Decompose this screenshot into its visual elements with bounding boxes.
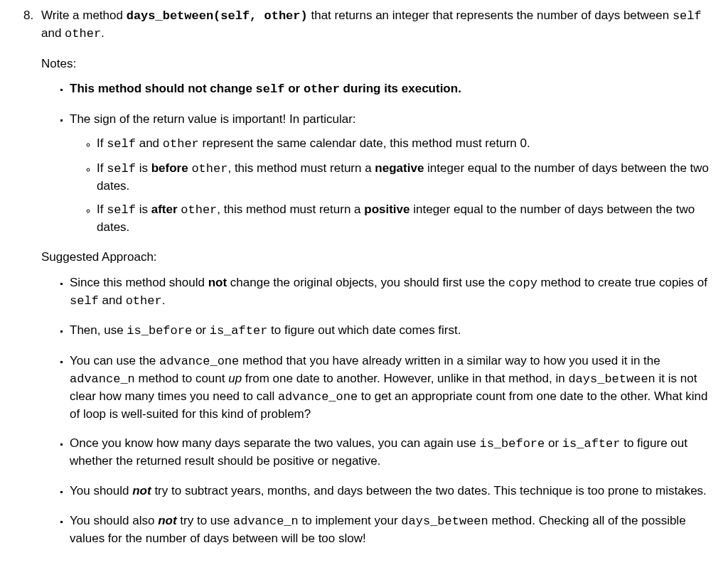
- text: You can use the: [70, 354, 159, 367]
- text: You should also: [70, 514, 158, 527]
- code-is-before: is_before: [127, 324, 192, 338]
- text: to implement your: [299, 514, 402, 527]
- italic-up: up: [228, 372, 242, 385]
- text: and: [136, 136, 163, 150]
- text: method that you have already written in …: [239, 354, 660, 367]
- code-is-after: is_after: [562, 437, 621, 451]
- suggested-list: Since this method should not change the …: [41, 274, 711, 547]
- text: or: [284, 82, 303, 95]
- note-item: This method should not change self or ot…: [70, 80, 711, 98]
- problem-item: Write a method days_between(self, other)…: [37, 7, 711, 546]
- text: .: [101, 26, 105, 40]
- code-days-between: days_between: [401, 515, 488, 528]
- text: Since this method should: [70, 276, 208, 289]
- bold-not: not: [208, 276, 227, 289]
- bold-before: before: [151, 161, 188, 175]
- code-days-between: days_between: [568, 372, 655, 386]
- text: .: [162, 294, 166, 307]
- text: This method should not change: [70, 82, 256, 95]
- sub-note-item: If self and other represent the same cal…: [97, 135, 711, 153]
- bold-positive: positive: [364, 203, 410, 216]
- text: Once you know how many days separate the…: [70, 436, 479, 450]
- code-other: other: [181, 203, 217, 217]
- problem-intro: Write a method days_between(self, other)…: [41, 7, 711, 43]
- text: from one date to another. However, unlik…: [242, 372, 568, 385]
- code-other: other: [126, 294, 162, 308]
- suggested-item: Then, use is_before or is_after to figur…: [70, 322, 711, 340]
- sub-note-item: If self is after other, this method must…: [97, 201, 711, 236]
- sub-note-item: If self is before other, this method mus…: [97, 160, 711, 195]
- code-self: self: [673, 9, 702, 23]
- text: If: [97, 136, 107, 150]
- text: Write a method: [41, 9, 127, 22]
- code-self: self: [70, 294, 99, 308]
- code-advance-n: advance_n: [70, 372, 135, 386]
- code-other: other: [191, 162, 228, 176]
- code-is-before: is_before: [479, 437, 545, 451]
- bold-after: after: [151, 203, 178, 216]
- text: If: [97, 203, 107, 216]
- text: change the original objects, you should …: [227, 276, 508, 289]
- sub-notes-list: If self and other represent the same cal…: [70, 135, 711, 236]
- code-other: other: [304, 82, 340, 96]
- text: try to use: [177, 514, 233, 527]
- code-self: self: [256, 82, 285, 96]
- code-copy: copy: [508, 276, 537, 290]
- code-self: self: [107, 137, 136, 151]
- text: Then, use: [70, 323, 127, 337]
- text: You should: [70, 484, 132, 497]
- code-self: self: [107, 203, 136, 217]
- code-advance-one: advance_one: [278, 390, 358, 404]
- method-signature: days_between(self, other): [127, 9, 308, 23]
- code-advance-one: advance_one: [159, 355, 239, 368]
- text: is: [136, 161, 151, 175]
- text: method to create true copies of: [537, 276, 707, 289]
- text: that returns an integer that represents …: [308, 9, 673, 22]
- bold-italic-not: not: [132, 484, 151, 497]
- code-self: self: [107, 162, 136, 176]
- notes-label: Notes:: [41, 55, 711, 72]
- text: and: [99, 294, 126, 307]
- text: The sign of the return value is importan…: [70, 112, 356, 126]
- note-item: The sign of the return value is importan…: [70, 111, 711, 236]
- bold-negative: negative: [375, 161, 424, 175]
- problem-list: Write a method days_between(self, other)…: [17, 7, 711, 546]
- text: or: [545, 436, 562, 450]
- code-other: other: [65, 27, 101, 41]
- text: method to count: [135, 372, 228, 385]
- text: to figure out which date comes first.: [267, 323, 461, 337]
- code-other: other: [163, 137, 199, 151]
- suggested-item: You can use the advance_one method that …: [70, 352, 711, 422]
- text: try to subtract years, months, and days …: [151, 484, 707, 497]
- code-is-after: is_after: [210, 324, 268, 338]
- text: and: [41, 26, 65, 40]
- suggested-item: Since this method should not change the …: [70, 274, 711, 310]
- text: , this method must return a: [228, 161, 375, 175]
- notes-list: This method should not change self or ot…: [41, 80, 711, 236]
- text: during its execution.: [340, 82, 461, 95]
- suggested-item: You should not try to subtract years, mo…: [70, 483, 711, 500]
- code-advance-n: advance_n: [233, 515, 299, 528]
- text: is: [136, 203, 151, 216]
- suggested-label: Suggested Approach:: [41, 249, 711, 266]
- bold-italic-not: not: [158, 514, 176, 527]
- text: or: [192, 323, 210, 337]
- suggested-item: You should also not try to use advance_n…: [70, 512, 711, 547]
- text: represent the same calendar date, this m…: [199, 136, 530, 150]
- text: , this method must return a: [217, 203, 364, 216]
- suggested-item: Once you know how many days separate the…: [70, 435, 711, 470]
- text: If: [97, 161, 107, 175]
